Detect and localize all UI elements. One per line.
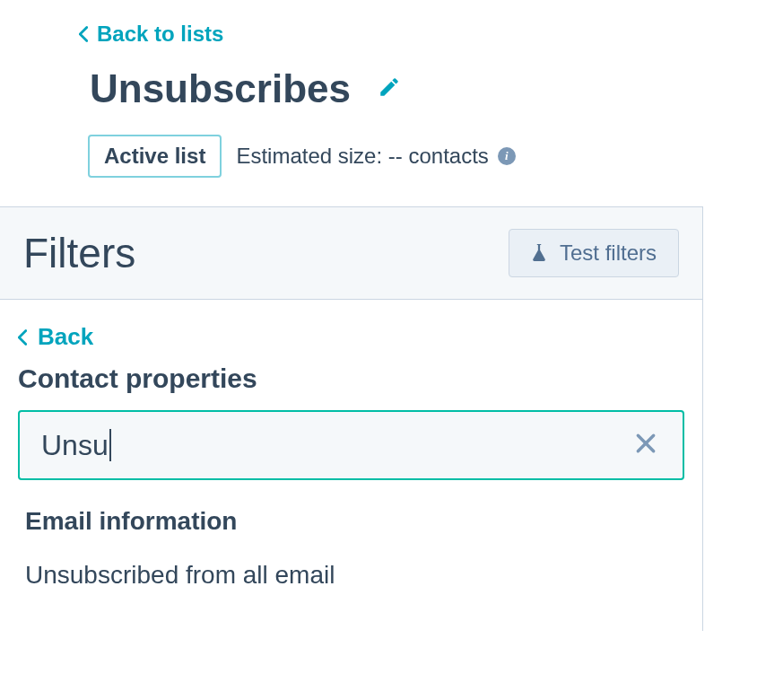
page-title: Unsubscribes bbox=[90, 66, 351, 111]
flask-icon bbox=[531, 244, 547, 262]
filters-back-label: Back bbox=[38, 323, 93, 351]
pencil-icon bbox=[378, 75, 401, 99]
results-group-heading: Email information bbox=[25, 507, 684, 536]
filters-panel: Filters Test filters Back Contact proper… bbox=[0, 206, 703, 631]
clear-search-button[interactable] bbox=[631, 428, 661, 462]
test-filters-label: Test filters bbox=[560, 241, 657, 266]
filters-title: Filters bbox=[23, 229, 135, 277]
filters-header: Filters Test filters bbox=[0, 207, 703, 300]
text-cursor bbox=[109, 429, 111, 461]
page-header: Back to lists Unsubscribes Active list E… bbox=[0, 0, 757, 206]
info-icon[interactable]: i bbox=[498, 147, 516, 165]
search-input-wrap[interactable]: Unsu bbox=[18, 410, 684, 480]
back-to-lists-link[interactable]: Back to lists bbox=[79, 22, 223, 47]
filters-body: Back Contact properties Unsu Email infor… bbox=[0, 300, 703, 631]
list-type-badge: Active list bbox=[88, 135, 222, 178]
estimated-size-text: Estimated size: -- contacts bbox=[236, 144, 488, 169]
filters-back-link[interactable]: Back bbox=[18, 323, 93, 351]
chevron-left-icon bbox=[79, 26, 88, 42]
search-value: Unsu bbox=[41, 429, 109, 462]
chevron-left-icon bbox=[18, 329, 27, 346]
contact-properties-heading: Contact properties bbox=[18, 363, 684, 394]
back-to-lists-label: Back to lists bbox=[97, 22, 223, 47]
test-filters-button[interactable]: Test filters bbox=[509, 229, 679, 277]
property-result-item[interactable]: Unsubscribed from all email bbox=[18, 556, 684, 595]
edit-title-button[interactable] bbox=[378, 75, 401, 102]
search-input[interactable]: Unsu bbox=[41, 429, 111, 462]
estimated-size-label: Estimated size: -- contacts i bbox=[236, 144, 515, 169]
close-icon bbox=[634, 432, 657, 455]
